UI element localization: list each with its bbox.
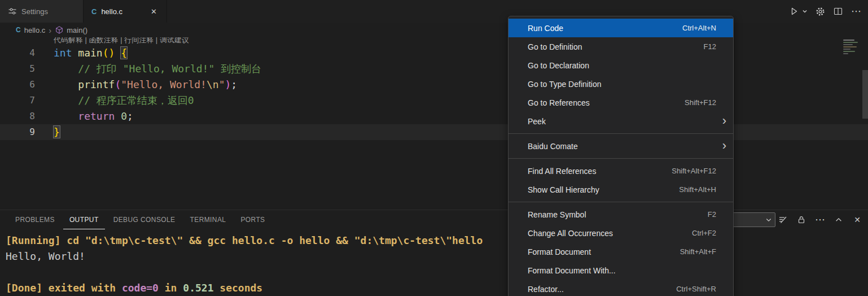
clear-output-button[interactable]: [777, 214, 789, 226]
lock-icon: [797, 215, 806, 224]
menu-item-shortcut: Shift+F12: [685, 98, 716, 107]
panel-tab-ports[interactable]: PORTS: [234, 210, 271, 229]
code-line[interactable]: 5 // 打印 "Hello, World!" 到控制台: [0, 61, 868, 77]
menu-item-go-to-definition[interactable]: Go to DefinitionF12: [508, 37, 733, 56]
c-file-icon: C: [91, 7, 97, 16]
line-number: 7: [0, 93, 35, 108]
menu-item-run-code[interactable]: Run CodeCtrl+Alt+N: [508, 19, 733, 37]
code-token: (): [103, 47, 115, 59]
settings-sliders-icon: [8, 7, 17, 16]
run-code-button[interactable]: [788, 5, 808, 18]
menu-item-rename-symbol[interactable]: Rename SymbolF2: [508, 205, 733, 224]
menu-item-label: Format Document: [528, 247, 680, 256]
output-segment: [Running] cd "d:\tmp\c-test\" && gcc hel…: [6, 234, 483, 246]
breadcrumb-symbol[interactable]: main(): [67, 26, 87, 34]
code-token: [72, 47, 78, 59]
breadcrumb: C hello.c › main(): [0, 23, 868, 37]
output-content[interactable]: [Running] cd "d:\tmp\c-test\" && gcc hel…: [6, 233, 868, 296]
code-token: {: [121, 47, 127, 59]
panel-tab-debug-console[interactable]: DEBUG CONSOLE: [107, 210, 182, 229]
menu-item-format-document-with[interactable]: Format Document With...: [508, 261, 733, 280]
code-line[interactable]: 7 // 程序正常结束，返回0: [0, 93, 868, 108]
panel-tab-output[interactable]: OUTPUT: [63, 210, 105, 229]
play-icon: [788, 5, 800, 18]
ellipsis-icon: ⋯: [815, 215, 825, 225]
menu-item-label: Peek: [528, 117, 716, 126]
context-menu: Run CodeCtrl+Alt+NGo to DefinitionF12Go …: [508, 16, 734, 296]
menu-item-refactor[interactable]: Refactor...Ctrl+Shift+R: [508, 280, 733, 296]
menu-item-label: Go to References: [528, 98, 685, 107]
output-line: [6, 264, 868, 280]
code-token: [54, 94, 78, 106]
tab-label: Settings: [21, 7, 48, 16]
codelens-links[interactable]: 代码解释 | 函数注释 | 行间注释 | 调试建议: [54, 37, 189, 45]
editor-title-actions: ⋯: [788, 0, 868, 23]
code-editor[interactable]: 代码解释 | 函数注释 | 行间注释 | 调试建议 4int main() {5…: [0, 37, 868, 210]
tab-close-icon[interactable]: ✕: [149, 6, 159, 17]
tab-label: hello.c: [101, 7, 122, 16]
menu-item-go-to-references[interactable]: Go to ReferencesShift+F12: [508, 93, 733, 112]
code-line[interactable]: 4int main() {: [0, 45, 868, 61]
symbol-cube-icon: [55, 26, 63, 34]
menu-item-shortcut: Ctrl+Shift+R: [676, 285, 716, 293]
menu-item-show-call-hierarchy[interactable]: Show Call HierarchyShift+Alt+H: [508, 180, 733, 199]
c-file-icon: C: [16, 26, 21, 34]
code-line[interactable]: 8 return 0;: [0, 108, 868, 124]
code-token: [115, 110, 121, 122]
editor-tab-bar: Settings C hello.c ✕: [0, 0, 868, 23]
code-line[interactable]: 6 printf("Hello, World!\n");: [0, 77, 868, 93]
menu-item-shortcut: Ctrl+Alt+N: [682, 24, 716, 32]
menu-item-label: Rename Symbol: [528, 210, 708, 219]
maximize-panel-button[interactable]: [832, 214, 845, 226]
menu-item-label: Go to Definition: [528, 42, 704, 51]
output-line: [Running] cd "d:\tmp\c-test\" && gcc hel…: [6, 233, 868, 249]
code-token: // 打印 "Hello, World!" 到控制台: [78, 63, 261, 75]
menu-item-shortcut: Shift+Alt+F12: [672, 167, 716, 175]
code-token: ;: [127, 110, 133, 122]
menu-item-peek[interactable]: Peek›: [508, 112, 733, 130]
submenu-chevron-icon: ›: [722, 140, 726, 152]
ellipsis-icon: ⋯: [851, 6, 861, 16]
code-token: ;: [231, 79, 237, 90]
menu-item-shortcut: F12: [704, 42, 716, 51]
chevron-down-icon[interactable]: [801, 5, 808, 18]
code-line-content: // 打印 "Hello, World!" 到控制台: [54, 61, 261, 77]
menu-item-go-to-type-definition[interactable]: Go to Type Definition: [508, 75, 733, 93]
code-line-content: }: [54, 124, 60, 140]
code-lines: 4int main() {5 // 打印 "Hello, World!" 到控制…: [0, 45, 868, 140]
menu-item-label: Find All References: [528, 167, 672, 176]
panel-tab-problems[interactable]: PROBLEMS: [9, 210, 61, 229]
menu-item-baidu-comate[interactable]: Baidu Comate›: [508, 137, 733, 155]
code-token: "Hello, World!: [121, 79, 207, 90]
settings-gear-button[interactable]: [814, 5, 826, 18]
menu-item-format-document[interactable]: Format DocumentShift+Alt+F: [508, 242, 733, 261]
menu-item-change-all-occurrences[interactable]: Change All OccurrencesCtrl+F2: [508, 224, 733, 242]
breadcrumb-file[interactable]: hello.c: [24, 26, 46, 34]
tab-hello-c[interactable]: C hello.c ✕: [84, 0, 167, 23]
menu-separator: [508, 158, 733, 159]
tab-settings[interactable]: Settings: [0, 0, 84, 23]
menu-item-go-to-declaration[interactable]: Go to Declaration: [508, 56, 733, 75]
code-token: 0: [121, 110, 127, 122]
menu-item-label: Change All Occurrences: [528, 229, 692, 238]
lock-scroll-button[interactable]: [795, 214, 808, 226]
breadcrumb-separator: ›: [49, 25, 51, 35]
code-token: ": [219, 79, 225, 90]
split-editor-button[interactable]: [832, 5, 844, 18]
output-channel-select[interactable]: [728, 212, 775, 227]
menu-item-label: Go to Type Definition: [528, 80, 716, 89]
code-token: return: [78, 110, 115, 122]
menu-item-find-all-references[interactable]: Find All ReferencesShift+Alt+F12: [508, 162, 733, 180]
editor-more-actions-button[interactable]: ⋯: [850, 5, 862, 18]
chevron-down-icon: [765, 216, 772, 223]
panel-more-actions-button[interactable]: ⋯: [814, 214, 826, 226]
line-number: 9: [0, 124, 35, 140]
code-line[interactable]: 9}: [0, 124, 868, 140]
output-segment: Hello, World!: [6, 250, 85, 262]
code-token: ): [225, 79, 231, 90]
menu-item-label: Refactor...: [528, 285, 676, 294]
menu-separator: [508, 133, 733, 134]
close-panel-button[interactable]: ✕: [851, 214, 863, 226]
panel-header: PROBLEMSOUTPUTDEBUG CONSOLETERMINALPORTS: [0, 210, 868, 229]
panel-tab-terminal[interactable]: TERMINAL: [184, 210, 233, 229]
